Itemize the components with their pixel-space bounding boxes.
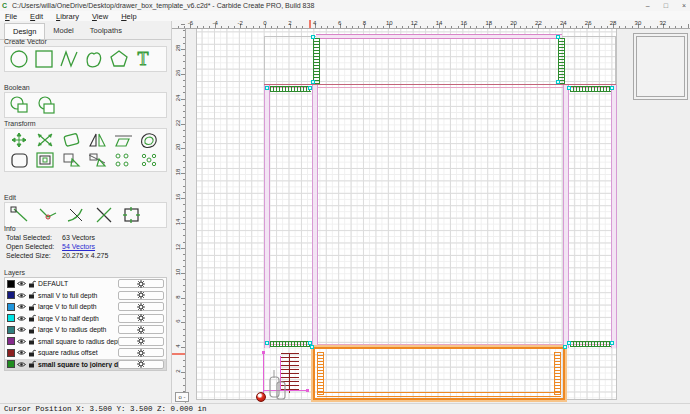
menu-edit[interactable]: Edit	[30, 12, 43, 21]
join-vectors-tool-icon[interactable]	[120, 205, 145, 225]
eye-icon[interactable]	[17, 349, 26, 356]
rotate-tool-icon[interactable]	[60, 131, 83, 149]
layer-row[interactable]: large V to half depth	[5, 313, 166, 325]
fold-band-right-inner[interactable]	[563, 85, 569, 348]
fold-band-left-outer[interactable]	[264, 85, 270, 348]
layer-row[interactable]: large V to radius depth	[5, 324, 166, 336]
layer-color-swatch[interactable]	[7, 326, 15, 334]
joinery-right-flap-bottom[interactable]	[570, 341, 611, 347]
fold-band-left-inner[interactable]	[312, 85, 318, 348]
layer-row[interactable]: DEFAULT	[5, 278, 166, 290]
joinery-left-flap-bottom[interactable]	[270, 341, 311, 347]
layer-name[interactable]: large V to radius depth	[38, 326, 118, 333]
circular-array-tool-icon[interactable]	[138, 152, 161, 168]
move-tool-icon[interactable]	[8, 131, 31, 149]
tab-toolpaths[interactable]: Toolpaths	[82, 23, 130, 39]
layer-settings-button[interactable]	[118, 291, 164, 300]
lock-icon[interactable]	[28, 349, 36, 357]
job-origin-marker[interactable]	[256, 392, 266, 402]
layer-settings-button[interactable]	[118, 325, 164, 334]
layer-color-swatch[interactable]	[7, 349, 15, 357]
layer-row[interactable]: square radius offset	[5, 347, 166, 359]
joinery-left-flap-top[interactable]	[270, 86, 311, 92]
lock-icon[interactable]	[28, 326, 36, 334]
menu-help[interactable]: Help	[121, 12, 136, 21]
eye-icon[interactable]	[17, 292, 26, 299]
layer-color-swatch[interactable]	[7, 337, 15, 345]
tab-model[interactable]: Model	[45, 23, 81, 39]
close-button[interactable]: ×	[682, 0, 686, 11]
eye-icon[interactable]	[17, 303, 26, 310]
grid-array-tool-icon[interactable]	[112, 152, 135, 168]
menu-library[interactable]: Library	[56, 12, 79, 21]
node-edit-tool-icon[interactable]	[8, 205, 33, 225]
layer-name[interactable]: small V to full depth	[38, 292, 118, 299]
minimize-button[interactable]: –	[646, 0, 650, 11]
lock-icon[interactable]	[28, 314, 36, 322]
menu-view[interactable]: View	[92, 12, 108, 21]
array-on-path-tool-icon[interactable]	[86, 151, 109, 169]
fold-band-right-outer[interactable]	[611, 85, 617, 348]
open-selected-link[interactable]: 54 Vectors	[62, 243, 95, 250]
layer-color-swatch[interactable]	[7, 280, 15, 288]
eye-icon[interactable]	[17, 338, 26, 345]
layer-name[interactable]: square radius offset	[38, 349, 118, 356]
trim-tool-icon[interactable]	[92, 205, 117, 225]
joinery-fingers-top-left[interactable]	[313, 38, 320, 84]
layer-color-swatch[interactable]	[7, 360, 15, 368]
layer-name[interactable]: small square to radius depth	[38, 338, 118, 345]
scale-tool-icon[interactable]	[34, 131, 57, 149]
eye-icon[interactable]	[17, 326, 26, 333]
eye-icon[interactable]	[17, 361, 26, 368]
construction-line-vertical[interactable]	[263, 352, 264, 398]
layer-color-swatch[interactable]	[7, 314, 15, 322]
curve-tool-icon[interactable]	[83, 49, 105, 69]
layer-row[interactable]: small V to full depth	[5, 290, 166, 302]
round-corner-tool-icon[interactable]	[8, 151, 31, 169]
lock-icon[interactable]	[28, 360, 36, 368]
text-tool-icon[interactable]: T	[133, 49, 153, 69]
layer-name[interactable]: DEFAULT	[38, 280, 118, 287]
layer-settings-button[interactable]	[118, 337, 164, 346]
polyline-tool-icon[interactable]	[58, 49, 80, 69]
mirror-tool-icon[interactable]	[86, 131, 109, 149]
lock-icon[interactable]	[28, 303, 36, 311]
layer-name[interactable]: large V to full depth	[38, 303, 118, 310]
vector-front-flap-selected[interactable]	[313, 347, 565, 400]
eye-icon[interactable]	[17, 315, 26, 322]
canvas-area[interactable]: -6-4-202468101214161820222426283032 0246…	[172, 20, 690, 403]
rectangle-tool-icon[interactable]	[33, 49, 55, 69]
fillet-tool-icon[interactable]	[64, 205, 89, 225]
polygon-tool-icon[interactable]	[108, 49, 130, 69]
layer-name[interactable]: large V to half depth	[38, 315, 118, 322]
layer-color-swatch[interactable]	[7, 291, 15, 299]
layer-settings-button[interactable]	[118, 302, 164, 311]
eye-icon[interactable]	[17, 280, 26, 287]
menu-file[interactable]: File	[5, 12, 17, 21]
maximize-button[interactable]: □	[664, 0, 668, 11]
layer-row[interactable]: small square to radius depth	[5, 336, 166, 348]
joinery-fingers-top-right[interactable]	[558, 38, 565, 84]
lock-icon[interactable]	[28, 280, 36, 288]
lock-icon[interactable]	[28, 337, 36, 345]
layer-row[interactable]: large V to full depth	[5, 301, 166, 313]
layer-settings-button[interactable]	[118, 279, 164, 288]
linear-array-tool-icon[interactable]	[60, 151, 83, 169]
joinery-right-flap-top[interactable]	[570, 86, 611, 92]
lock-icon[interactable]	[28, 291, 36, 299]
cut-vector-tool-icon[interactable]	[36, 205, 61, 225]
offset-path-tool-icon[interactable]	[34, 151, 57, 169]
offset-tool-icon[interactable]	[138, 131, 161, 149]
layer-row[interactable]: small square to joinery depth	[5, 359, 166, 371]
align-tool-icon[interactable]	[112, 131, 135, 149]
layer-color-swatch[interactable]	[7, 303, 15, 311]
boolean-union-icon[interactable]	[8, 95, 32, 115]
layer-settings-button[interactable]	[118, 360, 164, 369]
vector-back-panel-fold-band[interactable]	[316, 34, 562, 39]
vector-side-piece-offscreen[interactable]	[633, 33, 688, 100]
boolean-subtract-icon[interactable]	[35, 95, 59, 115]
layer-name[interactable]: small square to joinery depth	[38, 361, 118, 368]
tab-design[interactable]: Design	[4, 23, 45, 39]
layer-settings-button[interactable]	[118, 348, 164, 357]
circle-tool-icon[interactable]	[8, 49, 30, 69]
